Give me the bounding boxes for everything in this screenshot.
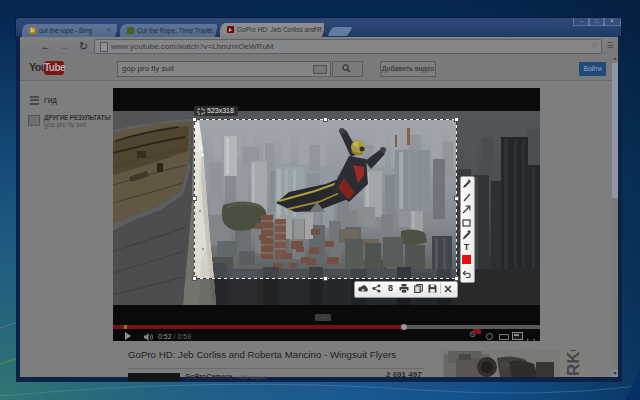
svg-text:RK®: RK®	[564, 350, 583, 376]
